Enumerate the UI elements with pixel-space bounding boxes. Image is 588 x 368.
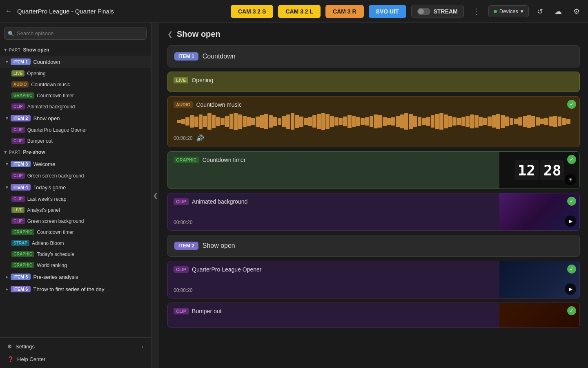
sidebar: 🔍 ▾ PART Show open ▾ ITEM 1 Countdown LI… <box>0 23 151 368</box>
content-back-icon[interactable]: ❮ <box>167 30 173 38</box>
settings-footer-item[interactable]: ⚙ Settings › <box>4 341 147 352</box>
play-icon[interactable]: ▶ <box>565 215 576 227</box>
clip-bumper-thumb <box>499 303 579 328</box>
strap-tag: STRAP <box>11 240 29 246</box>
collapse-sidebar-button[interactable]: ❮ <box>151 23 159 368</box>
cam-3-2-l-button[interactable]: CAM 3 2 L <box>278 5 321 18</box>
page-title: QuarterPro League - Quarter Finals <box>17 8 226 15</box>
stream-button[interactable]: STREAM <box>411 5 464 18</box>
collapse-icon: ▾ <box>4 47 7 53</box>
audio-name: Countdown music <box>196 101 241 108</box>
refresh-button[interactable]: ↺ <box>534 5 546 18</box>
sidebar-sub-graphic-ranking[interactable]: GRAPHIC World ranking <box>0 260 151 271</box>
volume-icon[interactable]: 🔊 <box>196 134 204 142</box>
sidebar-item-6[interactable]: ▸ ITEM 6 Throw to first series of the da… <box>0 283 151 295</box>
clip-anim-name: Animated background <box>192 198 247 205</box>
settings-button[interactable]: ⚙ <box>570 5 583 18</box>
sidebar-sub-live-opening[interactable]: LIVE Opening <box>0 68 151 79</box>
play-icon[interactable]: ▶ <box>565 283 576 295</box>
stream-toggle-knob <box>418 9 424 14</box>
part-pre-show[interactable]: ▾ PART Pre-show <box>0 146 151 158</box>
clip-opener-card: CLIP QuarterPro League Opener 00:00:20 ▶… <box>167 261 580 298</box>
cam-3-r-button[interactable]: CAM 3 R <box>325 5 364 18</box>
svo-uit-button[interactable]: SVO UIT <box>369 5 406 18</box>
sidebar-item-1[interactable]: ▾ ITEM 1 Countdown <box>0 56 151 68</box>
part-show-open[interactable]: ▾ PART Show open <box>0 44 151 56</box>
clip-opener-time: 00:00:20 <box>174 287 193 293</box>
sidebar-sub-graphic-countdown2[interactable]: GRAPHIC Countdown timer <box>0 227 151 238</box>
stream-toggle[interactable] <box>417 8 430 15</box>
item-2-card-badge: ITEM 2 <box>174 242 198 250</box>
clip-tag: CLIP <box>174 308 189 314</box>
clip-opener-check-badge: ✓ <box>567 265 576 274</box>
live-opening-tag: LIVE <box>174 77 188 83</box>
part-name: Show open <box>23 47 49 53</box>
graphic-tag: GRAPHIC <box>174 157 199 163</box>
audio-tag: AUDIO <box>11 81 29 88</box>
more-menu-button[interactable]: ⋮ <box>469 5 483 18</box>
sidebar-sub-clip-green[interactable]: CLIP Green screen background <box>0 170 151 181</box>
clip-tag: CLIP <box>174 198 189 205</box>
main-layout: 🔍 ▾ PART Show open ▾ ITEM 1 Countdown LI… <box>0 23 588 368</box>
sidebar-item-3[interactable]: ▾ ITEM 3 Welcome <box>0 158 151 170</box>
clip-bumper-card: CLIP Bumper out ✓ <box>167 303 580 328</box>
collapse-icon: ▾ <box>6 184 8 190</box>
sidebar-sub-live-analyst[interactable]: LIVE Analyst's panel <box>0 204 151 215</box>
sidebar-sub-audio-countdown[interactable]: AUDIO Countdown music <box>0 79 151 90</box>
sub-label: Animated background <box>27 104 75 110</box>
sub-label: Green screen background <box>27 218 84 224</box>
sub-label: Countdown timer <box>37 229 74 235</box>
clip-tag: CLIP <box>11 173 25 179</box>
clip-opener-type-row: CLIP QuarterPro League Opener <box>174 266 494 273</box>
clip-tag: CLIP <box>11 127 25 133</box>
sidebar-sub-clip-recap[interactable]: CLIP Last week's recap <box>0 193 151 204</box>
chevron-down-icon: ▾ <box>521 8 523 14</box>
collapse-icon: ▾ <box>6 161 8 167</box>
collapse-right-icon: ▸ <box>6 274 8 280</box>
clip-bumper-left: CLIP Bumper out <box>168 303 499 328</box>
collapse-right-icon: ▸ <box>6 286 8 292</box>
cloud-button[interactable]: ☁ <box>551 5 565 18</box>
sidebar-sub-graphic-schedule[interactable]: GRAPHIC Today's schedule <box>0 249 151 260</box>
part-label: PART <box>9 48 20 52</box>
clip-tag: CLIP <box>11 196 25 202</box>
sidebar-item-2[interactable]: ▾ ITEM 2 Show open <box>0 112 151 124</box>
content-area: ❮ Show open ITEM 1 Countdown LIVE Openin… <box>159 23 588 368</box>
item-6-title: Throw to first series of the day <box>33 286 104 292</box>
devices-button[interactable]: Devices ▾ <box>488 5 529 17</box>
back-button[interactable]: ← <box>5 7 12 16</box>
sidebar-sub-clip-green2[interactable]: CLIP Green screen background <box>0 215 151 227</box>
clip-bumper-name: Bumper out <box>192 308 221 314</box>
sidebar-item-4[interactable]: ▾ ITEM 4 Today's game <box>0 181 151 193</box>
clip-tag: CLIP <box>11 218 25 224</box>
item-5-badge: ITEM 5 <box>11 274 31 280</box>
content-title: Show open <box>177 29 220 39</box>
live-tag: LIVE <box>11 207 24 213</box>
stream-label: STREAM <box>434 8 458 15</box>
sub-label: Bumper out <box>27 138 53 144</box>
item-1-card-header: ITEM 1 Countdown <box>174 52 573 61</box>
timer-digit-1: 12 <box>514 160 539 180</box>
item-4-badge: ITEM 4 <box>11 184 31 191</box>
sidebar-sub-clip-opener[interactable]: CLIP QuarterPro League Opener <box>0 124 151 135</box>
sidebar-sub-clip-anim[interactable]: CLIP Animated background <box>0 101 151 112</box>
cam-3-2-s-button[interactable]: CAM 3 2 S <box>231 5 273 18</box>
graphic-tag: GRAPHIC <box>11 92 34 99</box>
item-1-title: Countdown <box>33 59 60 65</box>
sub-label: Adriano Bloom <box>32 240 64 246</box>
sidebar-item-5[interactable]: ▸ ITEM 5 Pre-series analysis <box>0 271 151 283</box>
audio-left: AUDIO Countdown music 00:00:20 🔊 <box>168 96 579 147</box>
clip-bumper-type-row: CLIP Bumper out <box>174 308 494 314</box>
search-input[interactable] <box>4 27 147 40</box>
help-footer-icon: ❓ <box>7 356 14 362</box>
graphic-type-row: GRAPHIC Countdown timer <box>174 157 494 163</box>
help-center-footer-item[interactable]: ❓ Help Center <box>4 354 147 365</box>
clip-anim-check-badge: ✓ <box>567 197 576 206</box>
audio-time: 00:00:20 <box>174 135 193 141</box>
sidebar-sub-graphic-timer[interactable]: GRAPHIC Countdown timer <box>0 90 151 101</box>
content-header: ❮ Show open <box>167 29 580 39</box>
sidebar-sub-strap-adriano[interactable]: STRAP Adriano Bloom <box>0 238 151 249</box>
settings-footer-label: Settings <box>16 343 35 350</box>
graphic-expand-icon[interactable]: ⊞ <box>565 174 576 185</box>
sidebar-sub-clip-bumper[interactable]: CLIP Bumper out <box>0 135 151 146</box>
